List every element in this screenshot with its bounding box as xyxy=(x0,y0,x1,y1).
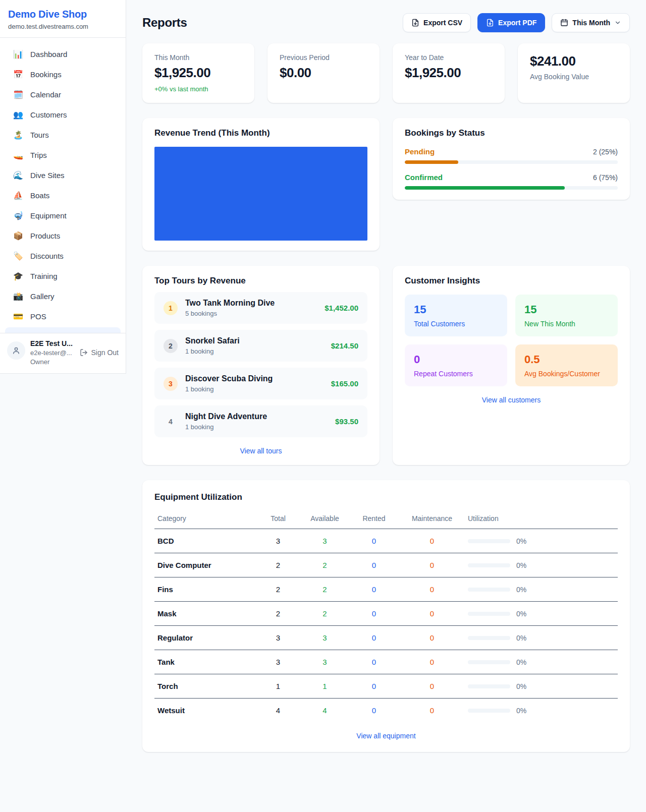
export-csv-button[interactable]: Export CSV xyxy=(403,13,471,32)
insight-value: 0 xyxy=(414,353,498,366)
sidebar-item-label: Calendar xyxy=(30,90,61,99)
stat-card-avg-booking-value: $241.00 Avg Booking Value xyxy=(518,43,630,103)
view-all-customers-link[interactable]: View all customers xyxy=(405,396,618,404)
cell-maintenance: 0 xyxy=(399,650,465,674)
export-pdf-button[interactable]: Export PDF xyxy=(477,13,545,32)
utilization-pct: 0% xyxy=(516,707,526,715)
sidebar-item-gallery[interactable]: 📸Gallery xyxy=(5,287,121,306)
period-select[interactable]: This Month xyxy=(552,13,630,32)
tours-insights-row: Top Tours by Revenue 1 Two Tank Morning … xyxy=(142,266,630,465)
progress-track xyxy=(405,186,618,190)
stat-value: $0.00 xyxy=(280,65,367,81)
cell-total: 2 xyxy=(255,577,301,602)
top-tours-title: Top Tours by Revenue xyxy=(154,276,367,286)
sidebar-item-products[interactable]: 📦Products xyxy=(5,226,121,245)
stat-label: Previous Period xyxy=(280,53,367,62)
sidebar-item-trips[interactable]: 🚤Trips xyxy=(5,146,121,164)
cell-category: BCD xyxy=(154,529,255,553)
tour-row: 3 Discover Scuba Diving1 booking $165.00 xyxy=(154,368,367,399)
sidebar-item-equipment[interactable]: 🤿Equipment xyxy=(5,206,121,225)
cell-rented: 0 xyxy=(349,626,399,650)
sidebar-item-boats[interactable]: ⛵Boats xyxy=(5,186,121,205)
sidebar-item-bookings[interactable]: 📅Bookings xyxy=(5,65,121,84)
credit-card-icon: 💳 xyxy=(13,313,23,321)
cell-category: Dive Computer xyxy=(154,553,255,577)
status-row-confirmed: Confirmed 6 (75%) xyxy=(405,173,618,190)
revenue-trend-card: Revenue Trend (This Month) xyxy=(142,118,380,251)
equipment-utilization-card: Equipment Utilization Category Total Ava… xyxy=(142,480,630,752)
sidebar-item-dive-sites[interactable]: 🌊Dive Sites xyxy=(5,166,121,185)
insights-grid: 15 Total Customers 15 New This Month 0 R… xyxy=(405,295,618,386)
sidebar-item-dashboard[interactable]: 📊Dashboard xyxy=(5,45,121,64)
sidebar-item-tours[interactable]: 🏝️Tours xyxy=(5,126,121,144)
cell-total: 2 xyxy=(255,602,301,626)
insight-tile-total-customers: 15 Total Customers xyxy=(405,295,507,336)
cell-category: Mask xyxy=(154,602,255,626)
cell-rented: 0 xyxy=(349,602,399,626)
progress-track xyxy=(405,160,618,164)
cell-available: 2 xyxy=(301,577,349,602)
sidebar-item-customers[interactable]: 👥Customers xyxy=(5,105,121,124)
sidebar-item-training[interactable]: 🎓Training xyxy=(5,267,121,285)
graduation-cap-icon: 🎓 xyxy=(13,272,23,280)
table-row: Torch 1 1 0 0 0% xyxy=(154,674,618,699)
view-all-equipment-link[interactable]: View all equipment xyxy=(154,732,618,740)
user-info: E2E Test U... e2e-tester@... Owner xyxy=(30,339,73,366)
insight-tile-new-this-month: 15 New This Month xyxy=(515,295,618,336)
top-tours-card: Top Tours by Revenue 1 Two Tank Morning … xyxy=(142,266,380,465)
sidebar-item-calendar[interactable]: 🗓️Calendar xyxy=(5,85,121,104)
package-icon: 📦 xyxy=(13,232,23,240)
equipment-table: Category Total Available Rented Maintena… xyxy=(154,508,618,722)
status-label: Confirmed xyxy=(405,173,443,182)
column-header: Rented xyxy=(349,508,399,529)
cell-total: 3 xyxy=(255,650,301,674)
rank-badge: 4 xyxy=(164,415,178,429)
export-csv-label: Export CSV xyxy=(423,19,462,27)
tour-name: Night Dive Adventure xyxy=(185,412,267,421)
cell-category: Fins xyxy=(154,577,255,602)
sign-out-button[interactable]: Sign Out xyxy=(80,349,119,357)
cell-rented: 0 xyxy=(349,699,399,723)
tour-revenue: $1,452.00 xyxy=(325,304,358,312)
column-header: Available xyxy=(301,508,349,529)
cell-available: 4 xyxy=(301,699,349,723)
rank-badge: 1 xyxy=(164,301,178,315)
sidebar-item-discounts[interactable]: 🏷️Discounts xyxy=(5,247,121,265)
logout-icon xyxy=(80,349,88,357)
sidebar-item-label: Tours xyxy=(30,131,49,139)
tour-row: 4 Night Dive Adventure1 booking $93.50 xyxy=(154,405,367,437)
sidebar-item-reports-partial[interactable] xyxy=(5,327,121,333)
cell-rented: 0 xyxy=(349,650,399,674)
sidebar-item-label: Dive Sites xyxy=(30,171,65,180)
stat-value: $241.00 xyxy=(530,53,618,69)
cell-maintenance: 0 xyxy=(399,626,465,650)
cell-total: 1 xyxy=(255,674,301,699)
sidebar-item-label: POS xyxy=(30,312,46,321)
sailboat-icon: ⛵ xyxy=(13,192,23,200)
status-row-pending: Pending 2 (25%) xyxy=(405,147,618,164)
main-content: Reports Export CSV Export PDF This Month… xyxy=(126,0,646,772)
cell-rented: 0 xyxy=(349,577,399,602)
stat-card-previous-period: Previous Period $0.00 xyxy=(267,43,380,103)
utilization-bar xyxy=(468,709,510,713)
calendar-icon xyxy=(560,19,568,27)
sidebar-item-label: Equipment xyxy=(30,211,67,220)
cell-available: 3 xyxy=(301,529,349,553)
table-row: Wetsuit 4 4 0 0 0% xyxy=(154,699,618,723)
speedboat-icon: 🚤 xyxy=(13,151,23,159)
utilization-pct: 0% xyxy=(516,634,526,642)
utilization-pct: 0% xyxy=(516,561,526,569)
cell-total: 2 xyxy=(255,553,301,577)
sidebar-item-pos[interactable]: 💳POS xyxy=(5,307,121,326)
utilization-pct: 0% xyxy=(516,658,526,666)
utilization-bar xyxy=(468,563,510,567)
tour-name: Discover Scuba Diving xyxy=(185,374,273,383)
island-icon: 🏝️ xyxy=(13,131,23,139)
progress-fill xyxy=(405,186,565,190)
utilization-pct: 0% xyxy=(516,682,526,690)
bookings-by-status-title: Bookings by Status xyxy=(405,128,618,138)
utilization-pct: 0% xyxy=(516,610,526,618)
user-role: Owner xyxy=(30,358,73,366)
page-header: Reports Export CSV Export PDF This Month xyxy=(142,13,630,32)
view-all-tours-link[interactable]: View all tours xyxy=(154,447,367,455)
